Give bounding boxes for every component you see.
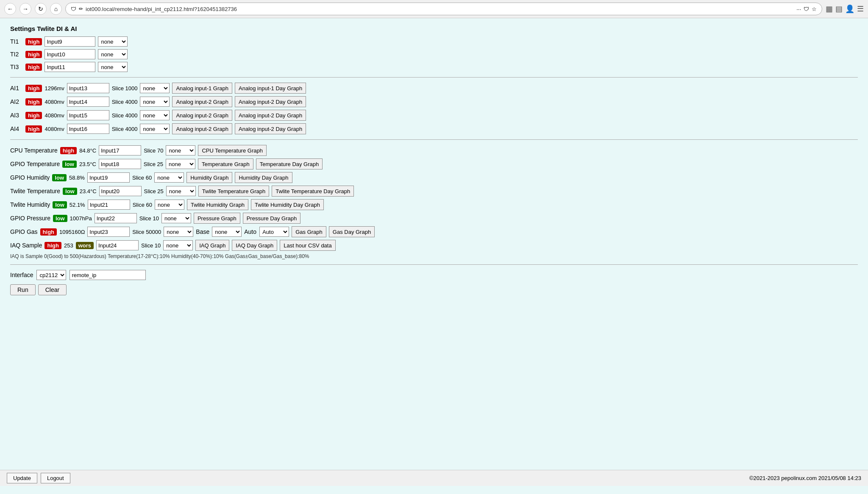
mv-value: 1296mv bbox=[45, 85, 64, 92]
dropdown-select[interactable]: none bbox=[166, 186, 196, 196]
graph-button[interactable]: Temperature Graph bbox=[198, 158, 253, 169]
iaq-note: IAQ is Sample 0(Good) to 500(Hazardous) … bbox=[10, 253, 858, 259]
input-field[interactable] bbox=[95, 213, 137, 223]
graph-button[interactable]: Twlite Temperature Day Graph bbox=[272, 186, 354, 197]
status-badge: low bbox=[62, 161, 77, 168]
graph-button[interactable]: Gas Graph bbox=[292, 226, 326, 237]
row-label: AI2 bbox=[10, 98, 23, 105]
dropdown-select[interactable]: none bbox=[166, 145, 195, 155]
forward-button[interactable]: → bbox=[19, 3, 31, 15]
interface-select[interactable]: cp2112 bbox=[36, 270, 66, 280]
dropdown-select[interactable]: none bbox=[155, 200, 184, 210]
dropdown-select[interactable]: none bbox=[161, 213, 191, 223]
list-item: GPIO Humiditylow58.8%Slice 60noneHumidit… bbox=[10, 172, 858, 183]
menu-icon[interactable]: ☰ bbox=[857, 4, 864, 14]
graph-button[interactable]: Analog input-2 Graph bbox=[172, 96, 232, 107]
mv-value: 4080mv bbox=[45, 99, 64, 105]
graph-button[interactable]: IAQ Graph bbox=[195, 240, 229, 251]
input-field[interactable] bbox=[67, 97, 109, 107]
dropdown-select[interactable]: none bbox=[98, 36, 128, 47]
url-text: iot000.local/remote-hand/pi_int_cp2112.h… bbox=[86, 6, 794, 12]
graph-button[interactable]: IAQ Day Graph bbox=[232, 240, 277, 251]
reader-icon[interactable]: ▤ bbox=[835, 4, 843, 14]
input-field[interactable] bbox=[99, 159, 141, 169]
section-title: Settings Twlite DI & AI bbox=[10, 25, 858, 32]
dropdown-select[interactable]: none bbox=[166, 159, 195, 169]
graph-button[interactable]: Analog input-1 Graph bbox=[172, 83, 232, 94]
graph-button[interactable]: Analog input-1 Day Graph bbox=[235, 83, 306, 94]
input-field[interactable] bbox=[99, 186, 142, 196]
logout-button[interactable]: Logout bbox=[41, 473, 70, 483]
dropdown-select[interactable]: Auto bbox=[259, 227, 289, 237]
row-label: Auto bbox=[244, 228, 257, 235]
graph-button[interactable]: Temperature Day Graph bbox=[256, 158, 323, 169]
status-badge: high bbox=[25, 64, 42, 71]
update-button[interactable]: Update bbox=[7, 473, 37, 483]
list-item: CPU Temperaturehigh84.8°CSlice 70noneCPU… bbox=[10, 145, 858, 156]
graph-button[interactable]: Humidity Graph bbox=[186, 172, 232, 183]
run-button[interactable]: Run bbox=[10, 284, 36, 295]
row-label: TI3 bbox=[10, 64, 23, 70]
dropdown-select[interactable]: none bbox=[140, 83, 170, 93]
input-field[interactable] bbox=[45, 62, 95, 72]
slice-label: Slice 1000 bbox=[112, 85, 138, 92]
home-button[interactable]: ⌂ bbox=[50, 3, 62, 15]
row-label: AI3 bbox=[10, 112, 23, 119]
clear-button[interactable]: Clear bbox=[38, 284, 67, 295]
back-button[interactable]: ← bbox=[4, 3, 16, 15]
list-item: AI1high1296mvSlice 1000noneAnalog input-… bbox=[10, 83, 858, 94]
slice-label: Slice 60 bbox=[132, 175, 152, 181]
input-field[interactable] bbox=[88, 200, 130, 210]
graph-button[interactable]: Analog input-2 Day Graph bbox=[235, 96, 306, 107]
dropdown-select[interactable]: none bbox=[163, 240, 193, 250]
dropdown-select[interactable]: none bbox=[98, 62, 128, 72]
dropdown-select[interactable]: none bbox=[140, 110, 170, 120]
dropdown-select[interactable]: none bbox=[140, 124, 170, 134]
graph-button[interactable]: Humidity Day Graph bbox=[235, 172, 292, 183]
graph-button[interactable]: Analog input-2 Day Graph bbox=[235, 123, 306, 134]
graph-button[interactable]: CPU Temperature Graph bbox=[198, 145, 267, 156]
graph-button[interactable]: Twlite Humidity Graph bbox=[187, 199, 248, 210]
graph-button[interactable]: Pressure Day Graph bbox=[243, 213, 301, 224]
graph-button[interactable]: Analog input-2 Graph bbox=[172, 110, 232, 121]
dropdown-select[interactable]: none bbox=[164, 227, 193, 237]
input-field[interactable] bbox=[67, 83, 109, 93]
status-badge: low bbox=[53, 201, 67, 208]
input-field[interactable] bbox=[87, 227, 130, 237]
input-field[interactable] bbox=[87, 172, 130, 183]
reload-button[interactable]: ↻ bbox=[35, 3, 47, 15]
profile-icon[interactable]: 👤 bbox=[845, 4, 854, 14]
interface-row: Interface cp2112 bbox=[10, 270, 858, 280]
dropdown-select[interactable]: none bbox=[212, 227, 242, 237]
graph-button[interactable]: Pressure Graph bbox=[194, 213, 240, 224]
slice-label: Slice 10 bbox=[139, 215, 159, 222]
input-field[interactable] bbox=[67, 124, 109, 134]
graph-button[interactable]: Analog input-2 Day Graph bbox=[235, 110, 306, 121]
dropdown-select[interactable]: none bbox=[140, 97, 170, 107]
input-field[interactable] bbox=[45, 36, 95, 47]
dropdown-select[interactable]: none bbox=[154, 172, 184, 183]
bookmark-icon[interactable]: ☆ bbox=[812, 6, 817, 12]
input-field[interactable] bbox=[45, 49, 95, 59]
graph-button[interactable]: Twlite Temperature Graph bbox=[198, 186, 269, 197]
graph-button[interactable]: Twlite Humidity Day Graph bbox=[251, 199, 324, 210]
input-field[interactable] bbox=[99, 145, 141, 155]
slice-label: Slice 25 bbox=[144, 188, 164, 194]
interface-input[interactable] bbox=[70, 270, 146, 280]
slice-label: Slice 4000 bbox=[112, 99, 138, 105]
action-buttons: Run Clear bbox=[10, 284, 858, 295]
input-field[interactable] bbox=[96, 240, 139, 250]
row-label: TI1 bbox=[10, 38, 23, 45]
row-label: GPIO Gas bbox=[10, 228, 38, 235]
graph-button[interactable]: Gas Day Graph bbox=[329, 226, 375, 237]
input-field[interactable] bbox=[67, 110, 109, 120]
dropdown-select[interactable]: none bbox=[98, 49, 128, 59]
graph-button[interactable]: Last hour CSV data bbox=[280, 240, 335, 251]
status-badge: high bbox=[25, 85, 42, 92]
pocket-icon[interactable]: 🛡 bbox=[804, 6, 809, 12]
graph-button[interactable]: Analog input-2 Graph bbox=[172, 123, 232, 134]
url-bar[interactable]: 🛡 ✏ iot000.local/remote-hand/pi_int_cp21… bbox=[65, 3, 822, 15]
more-icon[interactable]: ··· bbox=[796, 6, 801, 12]
list-item: TI2highnone bbox=[10, 49, 858, 59]
sidebar-icon[interactable]: ▦ bbox=[826, 4, 833, 14]
